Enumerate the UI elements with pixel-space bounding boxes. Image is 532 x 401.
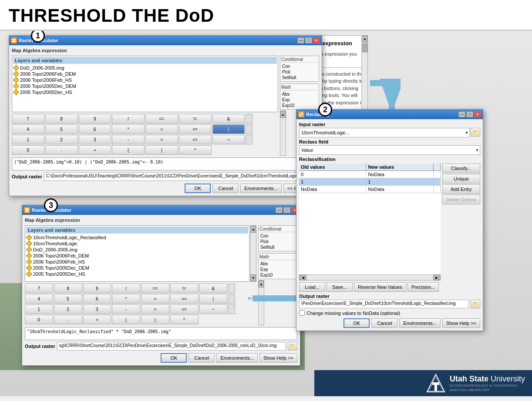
win3-layer-1[interactable]: 10cmThresholdLogic <box>26 241 248 247</box>
win3-func-pick[interactable]: Pick <box>259 239 296 244</box>
win3-btn-eq[interactable]: == <box>141 284 169 293</box>
win1-btn-lt[interactable]: < <box>145 135 178 144</box>
win3-func-abs[interactable]: Abs <box>259 261 296 267</box>
win3-func-setnull[interactable]: SetNull <box>259 244 296 250</box>
win3-btn-add[interactable]: + <box>83 315 111 324</box>
win1-func-abs[interactable]: Abs <box>281 91 318 97</box>
win3-layer-6[interactable]: 2005 Topo\2005Dec_HS <box>26 271 248 277</box>
win1-btn-0[interactable]: 0 <box>12 145 44 155</box>
win1-btn-gte[interactable]: >= <box>179 124 212 134</box>
win3-btn-lparen[interactable]: ( <box>112 315 140 324</box>
win2-reclass-field-combo[interactable]: Value ▼ <box>299 145 480 155</box>
win2-row-2[interactable]: NoData NoData <box>299 186 441 193</box>
win3-btn-neq[interactable]: != <box>170 284 199 293</box>
win3-folder-btn[interactable]: 📁 <box>288 342 297 351</box>
win3-func-exp10[interactable]: Exp10 <box>259 272 296 278</box>
win1-btn-caret[interactable]: ^ <box>179 145 212 155</box>
win1-minimize-btn[interactable]: — <box>297 37 304 43</box>
win3-btn-7[interactable]: 7 <box>25 284 53 293</box>
win2-show-help-btn[interactable]: Show Help >> <box>442 318 480 328</box>
win1-scroll-right[interactable] <box>246 114 253 124</box>
win3-btn-4[interactable]: 4 <box>25 294 53 304</box>
win3-layer-0[interactable]: 10cmThresholdLogic_Reclassified <box>26 234 248 241</box>
win3-btn-1[interactable]: 1 <box>25 304 53 314</box>
win2-add-entry-btn[interactable]: Add Entry <box>442 184 480 194</box>
win1-btn-8[interactable]: 8 <box>45 114 78 124</box>
win1-btn-lparen[interactable]: ( <box>112 145 145 155</box>
win3-btn-6[interactable]: 6 <box>83 294 111 304</box>
win3-btn-gt[interactable]: > <box>141 294 169 304</box>
win1-layer-4[interactable]: 2005 Topo\2005Dec_HS <box>13 89 277 95</box>
win3-scroll-r1[interactable] <box>228 284 235 293</box>
win1-btn-pipe[interactable]: | <box>212 124 245 134</box>
win3-btn-3[interactable]: 3 <box>83 304 111 314</box>
win2-reverse-btn[interactable]: Reverse New Values <box>354 282 406 292</box>
win3-titlebar[interactable]: Raster Calculator — □ ✕ <box>22 205 300 215</box>
win1-layer-2[interactable]: 2006 Topo\2006Feb_HS <box>13 77 277 83</box>
win3-btn-gte[interactable]: >= <box>170 294 199 304</box>
win3-layer-4[interactable]: 2006 Topo\2006Feb_HS <box>26 259 248 265</box>
win1-layers-list[interactable]: Layers and variables DoD_2006-2005.img 2… <box>12 56 278 112</box>
win3-btn-rparen[interactable]: ) <box>141 315 169 324</box>
win2-precision-btn[interactable]: Precision... <box>407 282 439 292</box>
win1-btn-mul[interactable]: * <box>112 124 145 134</box>
win1-btn-2[interactable]: 2 <box>45 135 78 144</box>
win1-btn-div[interactable]: / <box>112 114 145 124</box>
win3-layers-list[interactable]: Layers and variables 10cmThresholdLogic_… <box>25 225 249 282</box>
win3-btn-pipe[interactable]: | <box>199 294 228 304</box>
win1-btn-tilde[interactable]: ~ <box>212 135 245 144</box>
win2-missing-values-checkbox[interactable] <box>299 310 305 316</box>
win3-btn-caret[interactable]: ^ <box>170 315 199 324</box>
win3-btn-dot[interactable]: . <box>54 315 82 324</box>
win1-environments-btn[interactable]: Environments... <box>240 184 281 193</box>
win2-cancel-btn[interactable]: Cancel <box>371 318 397 328</box>
win1-cancel-btn[interactable]: Cancel <box>212 184 239 193</box>
win2-row-1[interactable]: 1 1 <box>299 178 441 186</box>
win1-btn-lte[interactable]: <= <box>179 135 212 144</box>
win2-unique-btn[interactable]: Unique <box>442 174 480 184</box>
win1-btn-9[interactable]: 9 <box>79 114 111 124</box>
win1-btn-neq[interactable]: != <box>179 114 212 124</box>
win2-minimize-btn[interactable]: — <box>458 111 465 117</box>
win1-layer-0[interactable]: DoD_2006-2005.img <box>13 65 277 71</box>
win3-scroll-r3[interactable] <box>228 304 235 314</box>
win1-scroll-right3[interactable] <box>246 135 253 144</box>
win3-btn-2[interactable]: 2 <box>54 304 82 314</box>
win3-btn-0[interactable]: 0 <box>25 315 53 324</box>
win3-output-path[interactable]: sg\ICRRR\ShortCourse\2011\GCD\PenDrive\E… <box>57 342 286 351</box>
win1-ok-btn[interactable]: OK <box>185 184 211 193</box>
win3-cancel-btn[interactable]: Cancel <box>189 353 215 363</box>
win2-delete-entries-btn[interactable]: Delete Entries <box>442 195 480 204</box>
win1-func-exp10[interactable]: Exp10 <box>281 103 318 108</box>
win1-layer-1[interactable]: 2006 Topo\2006Feb_DEM <box>13 71 277 77</box>
win1-func-con[interactable]: Con <box>281 63 318 69</box>
win1-maximize-btn[interactable]: □ <box>305 37 312 43</box>
win3-btn-5[interactable]: 5 <box>54 294 82 304</box>
win2-input-raster-folder[interactable]: 📁 <box>471 128 480 137</box>
win3-ok-btn[interactable]: OK <box>161 353 187 363</box>
win2-classify-btn[interactable]: Classify... <box>442 164 480 173</box>
win3-btn-8[interactable]: 8 <box>54 284 82 293</box>
win3-show-help-btn[interactable]: Show Help >> <box>259 353 297 363</box>
win2-input-raster-combo[interactable]: 10cmThresholdLogic... ▼ <box>299 128 470 137</box>
win1-btn-6[interactable]: 6 <box>79 124 111 134</box>
win3-func-scroll-up[interactable]: ▲ <box>259 281 264 287</box>
win3-func-exp[interactable]: Exp <box>259 267 296 272</box>
win1-btn-1[interactable]: 1 <box>12 135 44 144</box>
win3-btn-mul[interactable]: * <box>112 294 140 304</box>
win2-output-raster-path[interactable]: \PenDrive\Excercises\E_Simple_DoD\ref\10… <box>299 300 469 308</box>
win1-btn-rparen[interactable]: ) <box>145 145 178 155</box>
win3-layer-3[interactable]: 2006 Topo\2006Feb_DEM <box>26 253 248 259</box>
win1-btn-5[interactable]: 5 <box>45 124 78 134</box>
win2-hscroll-right[interactable]: ▶ <box>433 275 440 280</box>
win1-func-scrollbar[interactable]: ▲ <box>280 110 286 156</box>
win3-btn-tilde[interactable]: ~ <box>199 304 228 314</box>
win3-btn-div[interactable]: / <box>112 284 140 293</box>
win1-expression-box[interactable]: ("DoD_2006-2005.img">0.10) | ("DoD_2006-… <box>12 157 319 170</box>
win3-layers-scrollbar[interactable]: ▲ ▼ <box>250 225 256 282</box>
win3-btn-sub[interactable]: - <box>112 304 140 314</box>
win1-func-setnull[interactable]: SetNull <box>281 75 318 80</box>
win1-close-btn[interactable]: ✕ <box>313 37 320 43</box>
win1-btn-4[interactable]: 4 <box>12 124 44 134</box>
win2-save-btn[interactable]: Save... <box>327 282 353 292</box>
